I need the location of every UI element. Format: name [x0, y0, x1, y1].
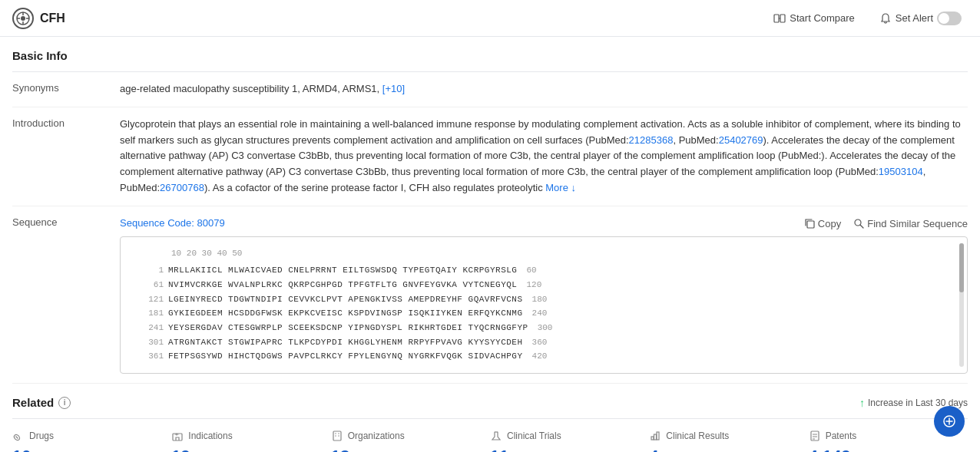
- intro-mid1: , PubMed:: [673, 134, 718, 146]
- compare-icon: [773, 12, 786, 25]
- stat-icon: [809, 430, 821, 442]
- svg-rect-6: [774, 15, 779, 22]
- svg-rect-22: [654, 434, 657, 440]
- scroll-indicator: [959, 243, 964, 368]
- sequence-row: Sequence Sequence Code: 80079 Copy: [12, 206, 968, 384]
- stats-grid: Drugs 10 Indications 19 Organizations 13…: [12, 419, 968, 452]
- seq-line-num: 61: [133, 278, 164, 292]
- sequence-value: Sequence Code: 80079 Copy: [120, 216, 968, 374]
- seq-end-num: 420: [532, 349, 548, 364]
- sequence-label: Sequence: [12, 216, 120, 228]
- fab-button[interactable]: [934, 406, 965, 437]
- sequence-line: 121LGEINYRECD TDGWTNDIPI CEVVKCLPVT APEN…: [133, 292, 955, 307]
- set-alert-button[interactable]: Set Alert: [873, 8, 968, 28]
- sequence-actions: Copy Find Similar Sequence: [804, 218, 968, 229]
- pubmed4-link[interactable]: 26700768: [160, 182, 204, 193]
- svg-line-13: [16, 437, 18, 439]
- stat-item[interactable]: Clinical Results 4 ↑1: [649, 419, 808, 452]
- stat-label-text: Drugs: [29, 431, 54, 441]
- main-content: Basic Info Synonyms age-related maculopa…: [0, 37, 980, 384]
- stat-label: Clinical Trials: [490, 430, 637, 442]
- synonyms-value: age-related maculopathy susceptibility 1…: [120, 81, 968, 97]
- svg-rect-21: [651, 437, 654, 440]
- seq-line-data: FETPSGSYWD HIHCTQDGWS PAVPCLRKCY FPYLENG…: [168, 349, 523, 364]
- stat-value: 4 ↑1: [649, 447, 796, 452]
- stat-label: Clinical Results: [649, 430, 796, 442]
- seq-end-num: 180: [532, 292, 548, 307]
- stat-number: 4: [649, 447, 658, 452]
- sequence-line: 241YEYSERGDAV CTESGWRPLP SCEEKSDCNP YIPN…: [133, 321, 955, 335]
- sequence-line: 301ATRGNTAKCT STGWIPAPRC TLKPCDYPDI KHGG…: [133, 335, 955, 350]
- stat-item[interactable]: Clinical Trials 11: [490, 419, 649, 452]
- seq-end-num: 240: [532, 306, 548, 321]
- intro-end: ). As a cofactor of the serine protease …: [204, 182, 543, 193]
- stat-icon: [649, 430, 661, 442]
- svg-rect-9: [807, 221, 814, 228]
- stat-value: 10: [12, 447, 159, 452]
- related-title: Related i: [12, 396, 71, 409]
- stat-item[interactable]: Organizations 13: [331, 419, 490, 452]
- seq-line-data: GYKIEGDEEM HCSDDGFWSK EKPKCVEISC KSPDVIN…: [168, 306, 523, 321]
- sequence-lines: 1MRLLAKIICL MLWAICVAED CNELPRRNT EILTGSW…: [133, 263, 955, 364]
- synonyms-text: age-related maculopathy susceptibility 1…: [120, 83, 379, 94]
- pubmed1-link[interactable]: 21285368: [629, 134, 674, 146]
- sequence-box[interactable]: 10 20 30 40 50 1MRLLAKIICL MLWAICVAED CN…: [120, 236, 968, 374]
- seq-line-data: NVIMVCRKGE WVALNPLRKC QKRPCGHPGD TPFGTFL…: [168, 278, 517, 292]
- stat-label: Drugs: [12, 430, 159, 442]
- synonyms-label: Synonyms: [12, 81, 120, 94]
- seq-line-data: LGEINYRECD TDGWTNDIPI CEVVKCLPVT APENGKI…: [168, 292, 523, 307]
- logo-icon: [12, 8, 34, 29]
- seq-line-data: YEYSERGDAV CTESGWRPLP SCEEKSDCNP YIPNGDY…: [168, 321, 528, 335]
- stat-icon: [12, 430, 25, 442]
- seq-line-data: MRLLAKIICL MLWAICVAED CNELPRRNT EILTGSWS…: [168, 263, 517, 278]
- stat-icon: [490, 430, 502, 442]
- header-left: CFH: [12, 8, 65, 29]
- find-similar-button[interactable]: Find Similar Sequence: [853, 218, 968, 229]
- header: CFH Start Compare Set Alert: [0, 0, 980, 37]
- introduction-value: Glycoprotein that plays an essential rol…: [120, 117, 968, 196]
- pubmed3-link[interactable]: 19503104: [879, 166, 923, 177]
- stat-icon: [171, 430, 184, 442]
- synonyms-row: Synonyms age-related maculopathy suscept…: [12, 72, 968, 107]
- stat-label: Patents: [809, 430, 955, 442]
- seq-line-num: 241: [133, 321, 164, 335]
- sequence-line: 361FETPSGSYWD HIHCTQDGWS PAVPCLRKCY FPYL…: [133, 349, 955, 364]
- svg-point-1: [21, 16, 25, 21]
- more-link[interactable]: More ↓: [545, 182, 576, 193]
- alert-toggle[interactable]: [937, 12, 962, 25]
- stat-value: 4,149 ↑31: [809, 447, 955, 452]
- introduction-label: Introduction: [12, 117, 120, 129]
- copy-label: Copy: [818, 218, 841, 229]
- stat-number: 13: [331, 447, 349, 452]
- alert-icon: [879, 12, 892, 25]
- stat-item[interactable]: Drugs 10: [12, 419, 171, 452]
- copy-button[interactable]: Copy: [804, 218, 841, 229]
- header-right: Start Compare Set Alert: [767, 8, 968, 28]
- seq-line-num: 301: [133, 335, 164, 350]
- set-alert-label: Set Alert: [896, 12, 933, 24]
- synonyms-more-link[interactable]: [+10]: [382, 83, 405, 94]
- seq-line-data: ATRGNTAKCT STGWIPAPRC TLKPCDYPDI KHGGLYH…: [168, 335, 523, 350]
- svg-rect-7: [780, 15, 785, 22]
- seq-line-num: 181: [133, 306, 164, 321]
- svg-rect-23: [657, 432, 659, 440]
- find-similar-label: Find Similar Sequence: [867, 218, 968, 229]
- start-compare-label: Start Compare: [790, 12, 855, 24]
- stat-item[interactable]: Indications 19: [171, 419, 330, 452]
- stat-label: Indications: [171, 430, 318, 442]
- find-similar-icon: [853, 218, 864, 229]
- introduction-row: Introduction Glycoprotein that plays an …: [12, 107, 968, 206]
- sequence-header: Sequence Code: 80079 Copy: [120, 216, 968, 232]
- seq-end-num: 60: [526, 263, 536, 278]
- related-title-text: Related: [12, 396, 54, 409]
- seq-end-num: 300: [538, 321, 553, 335]
- stat-label: Organizations: [331, 430, 478, 442]
- stat-number: 11: [490, 447, 508, 452]
- start-compare-button[interactable]: Start Compare: [767, 9, 861, 28]
- pubmed2-link[interactable]: 25402769: [719, 134, 763, 146]
- stat-number: 4,149: [809, 447, 851, 452]
- sequence-code-link[interactable]: Sequence Code: 80079: [120, 216, 225, 232]
- stat-label-text: Indications: [188, 431, 232, 441]
- related-info-icon[interactable]: i: [58, 397, 71, 409]
- stat-number: 19: [171, 447, 190, 452]
